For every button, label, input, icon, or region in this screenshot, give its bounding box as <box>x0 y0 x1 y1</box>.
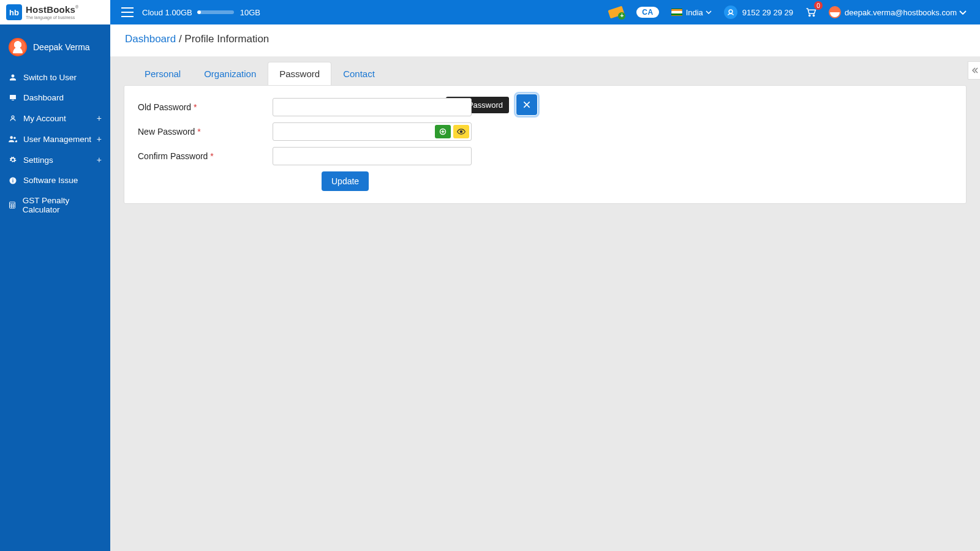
chevron-down-icon <box>706 10 712 14</box>
confirm-password-input[interactable] <box>273 147 472 165</box>
brand-name: HostBooks® <box>26 5 78 14</box>
cloud-usage: Cloud 1.00GB <box>142 8 192 17</box>
sidebar-item-label: Dashboard <box>23 93 64 102</box>
expand-icon: + <box>97 113 102 123</box>
breadcrumb-current: Profile Information <box>184 33 269 45</box>
headset-icon <box>724 6 737 19</box>
cloud-progress <box>197 10 234 14</box>
breadcrumb: Dashboard / Profile Information <box>110 24 980 57</box>
svg-rect-4 <box>12 100 14 100</box>
sidebar-item-dashboard[interactable]: Dashboard <box>0 88 110 108</box>
support-phone[interactable]: 9152 29 29 29 <box>724 6 793 19</box>
confirm-password-label: Confirm Password * <box>138 151 273 161</box>
svg-point-7 <box>13 137 16 140</box>
tabs: Personal Organization Password Contact <box>124 62 967 85</box>
hamburger-icon[interactable] <box>121 7 134 17</box>
ticket-icon[interactable]: + <box>608 6 624 18</box>
sidebar-item-label: Switch to User <box>23 73 77 82</box>
new-password-label: New Password * <box>138 127 273 137</box>
main-content: Dashboard / Profile Information Personal… <box>110 24 980 551</box>
cart-icon[interactable]: 0 <box>805 7 816 17</box>
old-password-label: Old Password * <box>138 102 273 112</box>
logo-badge: hb <box>6 4 22 20</box>
collapse-panel-icon[interactable] <box>968 61 980 80</box>
generate-password-button[interactable] <box>435 125 451 138</box>
logo[interactable]: hb HostBooks® The language of business <box>0 0 110 24</box>
brand-tagline: The language of business <box>26 15 78 20</box>
breadcrumb-dashboard[interactable]: Dashboard <box>125 33 176 45</box>
gear-icon <box>9 156 17 163</box>
sidebar-item-label: Settings <box>23 156 53 165</box>
svg-point-10 <box>12 178 13 179</box>
cart-badge: 0 <box>814 1 823 10</box>
expand-icon: + <box>97 155 102 165</box>
tab-password[interactable]: Password <box>268 62 331 85</box>
calculator-icon <box>9 201 17 209</box>
show-password-button[interactable] <box>453 125 469 138</box>
sidebar-item-label: User Management <box>23 135 91 144</box>
avatar-icon <box>829 6 841 18</box>
profile-name: Deepak Verma <box>33 42 90 52</box>
sidebar-item-label: Software Issue <box>23 176 78 185</box>
sidebar-item-software-issue[interactable]: Software Issue <box>0 170 110 190</box>
avatar-icon <box>9 38 27 56</box>
tab-contact[interactable]: Contact <box>331 62 386 85</box>
sidebar-item-label: My Account <box>23 114 66 123</box>
flag-icon <box>671 9 682 16</box>
svg-point-0 <box>729 10 733 13</box>
tab-personal[interactable]: Personal <box>133 62 192 85</box>
password-panel: Edit Password Old Password * New Passwor… <box>124 85 967 204</box>
svg-point-1 <box>809 15 810 16</box>
chevron-down-icon <box>959 10 967 15</box>
user-menu[interactable]: deepak.verma@hostbooks.com <box>829 6 967 18</box>
svg-rect-11 <box>10 202 15 208</box>
sidebar-item-switch-user[interactable]: Switch to User <box>0 67 110 88</box>
account-icon <box>9 114 17 122</box>
plus-circle-icon <box>439 128 447 135</box>
ca-badge[interactable]: CA <box>636 7 658 18</box>
country-selector[interactable]: India <box>671 8 712 17</box>
sidebar-profile[interactable]: Deepak Verma <box>0 32 110 67</box>
expand-icon: + <box>97 134 102 144</box>
cloud-total: 10GB <box>240 8 260 17</box>
top-header: hb HostBooks® The language of business C… <box>0 0 980 24</box>
user-icon <box>9 73 17 81</box>
sidebar-item-user-management[interactable]: User Management + <box>0 129 110 149</box>
old-password-input[interactable] <box>273 98 472 116</box>
eye-icon <box>457 129 466 135</box>
sidebar-item-settings[interactable]: Settings + <box>0 149 110 170</box>
sidebar-item-label: GST Penalty Calculator <box>23 196 102 214</box>
sidebar: Deepak Verma Switch to User Dashboard My… <box>0 24 110 551</box>
sidebar-item-my-account[interactable]: My Account + <box>0 108 110 129</box>
svg-rect-9 <box>13 180 13 182</box>
svg-point-2 <box>813 15 814 16</box>
update-button[interactable]: Update <box>322 171 369 191</box>
info-icon <box>9 177 17 184</box>
close-button[interactable] <box>516 94 537 115</box>
svg-rect-3 <box>10 95 16 99</box>
tab-organization[interactable]: Organization <box>192 62 268 85</box>
svg-point-5 <box>12 116 14 118</box>
svg-point-17 <box>460 130 462 133</box>
dashboard-icon <box>9 94 17 102</box>
sidebar-item-gst-calculator[interactable]: GST Penalty Calculator <box>0 190 110 220</box>
svg-point-6 <box>10 136 13 139</box>
users-icon <box>9 135 17 143</box>
close-icon <box>522 100 532 110</box>
